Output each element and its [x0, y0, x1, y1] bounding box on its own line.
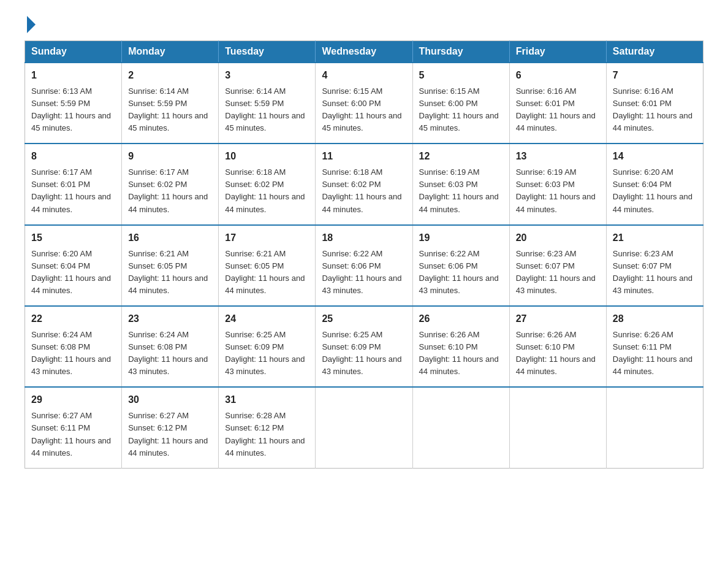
calendar-cell: 23 Sunrise: 6:24 AMSunset: 6:08 PMDaylig… — [122, 306, 219, 387]
calendar-cell: 7 Sunrise: 6:16 AMSunset: 6:01 PMDayligh… — [606, 63, 703, 144]
calendar-cell: 17 Sunrise: 6:21 AMSunset: 6:05 PMDaylig… — [219, 225, 316, 306]
column-header-wednesday: Wednesday — [316, 41, 412, 63]
calendar-week-row: 8 Sunrise: 6:17 AMSunset: 6:01 PMDayligh… — [25, 144, 703, 224]
day-number: 20 — [516, 231, 600, 246]
day-number: 5 — [419, 68, 503, 83]
calendar-cell: 3 Sunrise: 6:14 AMSunset: 5:59 PMDayligh… — [219, 63, 316, 144]
day-info: Sunrise: 6:25 AMSunset: 6:09 PMDaylight:… — [322, 330, 401, 376]
day-number: 6 — [516, 68, 600, 83]
day-info: Sunrise: 6:15 AMSunset: 6:00 PMDaylight:… — [322, 86, 401, 132]
calendar-cell: 24 Sunrise: 6:25 AMSunset: 6:09 PMDaylig… — [219, 306, 316, 387]
day-number: 18 — [322, 231, 406, 246]
day-number: 16 — [128, 231, 212, 246]
calendar-cell: 10 Sunrise: 6:18 AMSunset: 6:02 PMDaylig… — [219, 144, 316, 224]
calendar-table: SundayMondayTuesdayWednesdayThursdayFrid… — [25, 40, 703, 469]
calendar-cell: 11 Sunrise: 6:18 AMSunset: 6:02 PMDaylig… — [316, 144, 412, 224]
calendar-cell: 30 Sunrise: 6:27 AMSunset: 6:12 PMDaylig… — [122, 387, 219, 468]
day-number: 12 — [419, 149, 503, 164]
column-header-thursday: Thursday — [412, 41, 509, 63]
calendar-cell: 9 Sunrise: 6:17 AMSunset: 6:02 PMDayligh… — [122, 144, 219, 224]
calendar-cell — [316, 387, 412, 468]
day-number: 25 — [322, 312, 406, 327]
day-number: 31 — [225, 393, 309, 408]
day-info: Sunrise: 6:16 AMSunset: 6:01 PMDaylight:… — [516, 86, 596, 132]
calendar-cell: 21 Sunrise: 6:23 AMSunset: 6:07 PMDaylig… — [606, 225, 703, 306]
calendar-cell: 8 Sunrise: 6:17 AMSunset: 6:01 PMDayligh… — [25, 144, 122, 224]
column-header-tuesday: Tuesday — [219, 41, 316, 63]
day-number: 7 — [613, 68, 697, 83]
calendar-cell: 19 Sunrise: 6:22 AMSunset: 6:06 PMDaylig… — [412, 225, 509, 306]
day-info: Sunrise: 6:28 AMSunset: 6:12 PMDaylight:… — [225, 411, 305, 457]
day-info: Sunrise: 6:14 AMSunset: 5:59 PMDaylight:… — [128, 86, 208, 132]
day-info: Sunrise: 6:24 AMSunset: 6:08 PMDaylight:… — [128, 330, 208, 376]
calendar-cell — [509, 387, 606, 468]
day-info: Sunrise: 6:22 AMSunset: 6:06 PMDaylight:… — [419, 249, 499, 295]
day-number: 1 — [31, 68, 115, 83]
day-number: 4 — [322, 68, 406, 83]
calendar-cell: 27 Sunrise: 6:26 AMSunset: 6:10 PMDaylig… — [509, 306, 606, 387]
calendar-cell: 14 Sunrise: 6:20 AMSunset: 6:04 PMDaylig… — [606, 144, 703, 224]
day-number: 28 — [613, 312, 697, 327]
day-number: 13 — [516, 149, 600, 164]
day-info: Sunrise: 6:20 AMSunset: 6:04 PMDaylight:… — [31, 249, 111, 295]
day-number: 21 — [613, 231, 697, 246]
calendar-cell: 29 Sunrise: 6:27 AMSunset: 6:11 PMDaylig… — [25, 387, 122, 468]
calendar-week-row: 22 Sunrise: 6:24 AMSunset: 6:08 PMDaylig… — [25, 306, 703, 387]
day-number: 24 — [225, 312, 309, 327]
day-number: 10 — [225, 149, 309, 164]
day-number: 19 — [419, 231, 503, 246]
calendar-cell: 13 Sunrise: 6:19 AMSunset: 6:03 PMDaylig… — [509, 144, 606, 224]
day-number: 22 — [31, 312, 115, 327]
calendar-cell: 4 Sunrise: 6:15 AMSunset: 6:00 PMDayligh… — [316, 63, 412, 144]
day-info: Sunrise: 6:18 AMSunset: 6:02 PMDaylight:… — [225, 167, 305, 213]
day-info: Sunrise: 6:21 AMSunset: 6:05 PMDaylight:… — [128, 249, 208, 295]
day-info: Sunrise: 6:23 AMSunset: 6:07 PMDaylight:… — [613, 249, 692, 295]
calendar-cell: 1 Sunrise: 6:13 AMSunset: 5:59 PMDayligh… — [25, 63, 122, 144]
calendar-cell: 6 Sunrise: 6:16 AMSunset: 6:01 PMDayligh… — [509, 63, 606, 144]
day-info: Sunrise: 6:14 AMSunset: 5:59 PMDaylight:… — [225, 86, 305, 132]
calendar-week-row: 15 Sunrise: 6:20 AMSunset: 6:04 PMDaylig… — [25, 225, 703, 306]
day-info: Sunrise: 6:17 AMSunset: 6:02 PMDaylight:… — [128, 167, 208, 213]
day-info: Sunrise: 6:19 AMSunset: 6:03 PMDaylight:… — [516, 167, 596, 213]
day-info: Sunrise: 6:25 AMSunset: 6:09 PMDaylight:… — [225, 330, 305, 376]
calendar-cell: 28 Sunrise: 6:26 AMSunset: 6:11 PMDaylig… — [606, 306, 703, 387]
day-info: Sunrise: 6:23 AMSunset: 6:07 PMDaylight:… — [516, 249, 596, 295]
page-header — [25, 18, 703, 29]
column-header-monday: Monday — [122, 41, 219, 63]
calendar-cell: 22 Sunrise: 6:24 AMSunset: 6:08 PMDaylig… — [25, 306, 122, 387]
day-number: 17 — [225, 231, 309, 246]
day-number: 29 — [31, 393, 115, 408]
day-info: Sunrise: 6:19 AMSunset: 6:03 PMDaylight:… — [419, 167, 499, 213]
calendar-cell: 15 Sunrise: 6:20 AMSunset: 6:04 PMDaylig… — [25, 225, 122, 306]
day-number: 15 — [31, 231, 115, 246]
calendar-week-row: 1 Sunrise: 6:13 AMSunset: 5:59 PMDayligh… — [25, 63, 703, 144]
day-number: 26 — [419, 312, 503, 327]
column-header-saturday: Saturday — [606, 41, 703, 63]
day-number: 11 — [322, 149, 406, 164]
day-info: Sunrise: 6:20 AMSunset: 6:04 PMDaylight:… — [613, 167, 692, 213]
day-info: Sunrise: 6:27 AMSunset: 6:11 PMDaylight:… — [31, 411, 111, 457]
calendar-cell: 31 Sunrise: 6:28 AMSunset: 6:12 PMDaylig… — [219, 387, 316, 468]
calendar-cell: 5 Sunrise: 6:15 AMSunset: 6:00 PMDayligh… — [412, 63, 509, 144]
day-number: 3 — [225, 68, 309, 83]
day-number: 14 — [613, 149, 697, 164]
day-number: 23 — [128, 312, 212, 327]
day-info: Sunrise: 6:16 AMSunset: 6:01 PMDaylight:… — [613, 86, 692, 132]
day-info: Sunrise: 6:17 AMSunset: 6:01 PMDaylight:… — [31, 167, 111, 213]
calendar-cell: 12 Sunrise: 6:19 AMSunset: 6:03 PMDaylig… — [412, 144, 509, 224]
day-info: Sunrise: 6:21 AMSunset: 6:05 PMDaylight:… — [225, 249, 305, 295]
day-info: Sunrise: 6:24 AMSunset: 6:08 PMDaylight:… — [31, 330, 111, 376]
calendar-cell: 26 Sunrise: 6:26 AMSunset: 6:10 PMDaylig… — [412, 306, 509, 387]
day-number: 2 — [128, 68, 212, 83]
day-info: Sunrise: 6:22 AMSunset: 6:06 PMDaylight:… — [322, 249, 401, 295]
calendar-cell — [606, 387, 703, 468]
column-header-sunday: Sunday — [25, 41, 122, 63]
day-info: Sunrise: 6:15 AMSunset: 6:00 PMDaylight:… — [419, 86, 499, 132]
day-info: Sunrise: 6:13 AMSunset: 5:59 PMDaylight:… — [31, 86, 111, 132]
day-info: Sunrise: 6:26 AMSunset: 6:10 PMDaylight:… — [516, 330, 596, 376]
calendar-cell — [412, 387, 509, 468]
day-number: 30 — [128, 393, 212, 408]
calendar-week-row: 29 Sunrise: 6:27 AMSunset: 6:11 PMDaylig… — [25, 387, 703, 468]
column-header-friday: Friday — [509, 41, 606, 63]
calendar-header-row: SundayMondayTuesdayWednesdayThursdayFrid… — [25, 41, 703, 63]
